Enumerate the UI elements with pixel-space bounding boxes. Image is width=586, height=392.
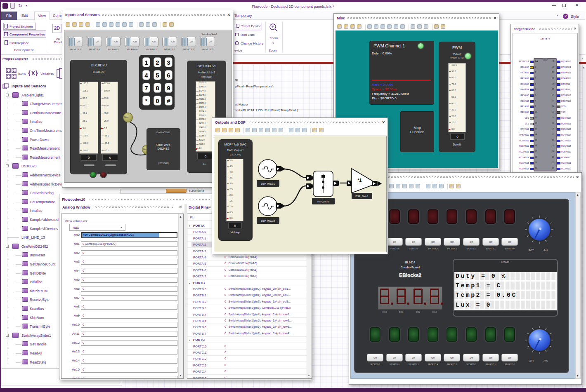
svg-text:DSP_MIX1: DSP_MIX1 — [317, 200, 329, 203]
svg-text:*1: *1 — [357, 178, 362, 183]
svg-text:DSP_Wave1: DSP_Wave1 — [261, 183, 275, 185]
svg-text:DSP_Gain1: DSP_Gain1 — [355, 195, 369, 197]
svg-text:DSP_Wave2: DSP_Wave2 — [261, 220, 275, 222]
